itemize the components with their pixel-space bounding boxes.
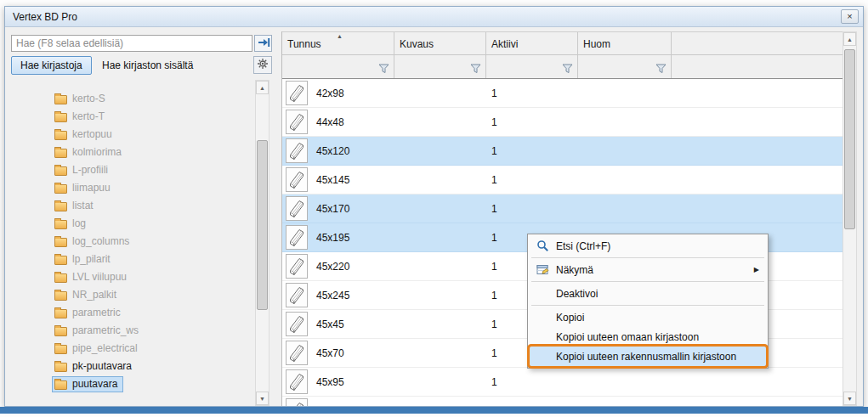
tree-item-content: kerto-T xyxy=(52,109,111,125)
scroll-up-icon[interactable]: ▲ xyxy=(843,32,856,46)
column-header-tunnus[interactable]: Tunnus▲ xyxy=(282,32,394,54)
filter-funnel-icon[interactable] xyxy=(562,64,573,74)
folder-icon xyxy=(54,95,67,104)
search-go-button[interactable] xyxy=(254,35,272,52)
folder-icon xyxy=(54,149,67,158)
tab-hae-kirjaston-sisalta[interactable]: Hae kirjaston sisältä xyxy=(97,56,198,75)
tree-item[interactable]: parametric xyxy=(11,304,255,322)
desktop: Vertex BD Pro × Hae kirjastoja Hae kirja… xyxy=(0,0,868,417)
tree-item[interactable]: kertopuu xyxy=(11,126,255,144)
scroll-down-icon[interactable]: ▼ xyxy=(843,392,856,405)
tree-scrollbar[interactable]: ▲ ▼ xyxy=(255,80,269,406)
table-scrollbar[interactable]: ▲ ▼ xyxy=(842,31,857,406)
tree-item-label: liimapuu xyxy=(72,182,111,194)
tab-hae-kirjastoja[interactable]: Hae kirjastoja xyxy=(11,56,92,75)
cell-tunnus: 45x70 xyxy=(308,347,393,359)
tree-item-content: parametric xyxy=(52,305,127,321)
scrollbar-thumb[interactable] xyxy=(257,140,268,310)
tree-item[interactable]: pk-puutavara xyxy=(11,358,255,375)
table-row[interactable]: 42x981 xyxy=(282,79,842,108)
tree-item-content: kertopuu xyxy=(52,127,118,143)
menu-item[interactable]: Deaktivoi xyxy=(530,284,766,303)
column-header-aktiivi[interactable]: Aktiivi xyxy=(486,32,578,54)
plank-icon xyxy=(286,398,308,406)
tree-item-content: log_columns xyxy=(52,234,135,250)
menu-separator xyxy=(531,305,764,306)
plank-icon xyxy=(286,283,308,307)
table-filter-row xyxy=(282,55,842,79)
menu-item[interactable]: Kopioi uuteen omaan kirjastoon xyxy=(530,327,766,347)
settings-button[interactable] xyxy=(253,56,272,74)
table-row[interactable]: 45x1451 xyxy=(282,166,842,194)
filter-funnel-icon[interactable] xyxy=(470,64,481,74)
search-input[interactable] xyxy=(11,35,252,52)
tree-item[interactable]: kerto-S xyxy=(11,90,255,108)
filter-funnel-icon[interactable] xyxy=(378,64,389,74)
gear-icon xyxy=(257,58,269,72)
cell-tunnus: 45x45 xyxy=(308,318,393,330)
column-header-huom[interactable]: Huom xyxy=(578,32,672,54)
plank-icon xyxy=(286,138,308,163)
window-title: Vertex BD Pro xyxy=(13,11,77,23)
go-arrow-icon xyxy=(257,37,270,51)
tree-item[interactable]: liimapuu xyxy=(11,179,255,197)
folder-icon xyxy=(54,166,67,176)
tree-item[interactable]: pipe_electrical xyxy=(11,340,255,358)
cell-aktiivi: 1 xyxy=(485,87,576,99)
menu-item-label: Kopioi uuteen omaan kirjastoon xyxy=(556,331,699,343)
table-row[interactable]: 44x481 xyxy=(282,108,842,137)
submenu-arrow-icon: ▶ xyxy=(754,266,759,273)
filter-cell[interactable] xyxy=(486,55,578,78)
tree-item-content: kolmiorima xyxy=(52,144,128,161)
view-icon xyxy=(532,264,553,276)
plank-icon xyxy=(286,110,308,134)
context-menu: Etsi (Ctrl+F)Näkymä▶DeaktivoiKopioiKopio… xyxy=(527,234,769,369)
tree-item[interactable]: NR_palkit xyxy=(11,286,255,304)
titlebar[interactable]: Vertex BD Pro × xyxy=(5,7,863,27)
filter-cell[interactable] xyxy=(394,55,486,78)
plank-icon xyxy=(286,254,308,279)
background-window-edge xyxy=(0,407,868,414)
plank-icon xyxy=(286,369,308,394)
folder-icon xyxy=(54,327,67,336)
filter-cell[interactable] xyxy=(578,55,672,78)
table-row[interactable] xyxy=(282,397,842,406)
table-header-row: Tunnus▲KuvausAktiiviHuom xyxy=(282,31,842,55)
tree-item[interactable]: listat xyxy=(11,197,255,215)
tree-item-label: pk-puutavara xyxy=(72,360,132,372)
menu-item[interactable]: Kopioi uuteen rakennusmallin kirjastoon xyxy=(530,347,766,366)
plank-icon xyxy=(286,312,308,336)
menu-item[interactable]: Kopioi xyxy=(530,307,766,327)
tree-item[interactable]: kerto-T xyxy=(11,108,255,126)
table-row[interactable]: 45x1201 xyxy=(282,137,842,166)
tree-item[interactable]: log_columns xyxy=(11,233,255,251)
tree-item-label: kolmiorima xyxy=(72,146,122,158)
menu-item[interactable]: Etsi (Ctrl+F) xyxy=(530,236,766,256)
cell-tunnus: 45x220 xyxy=(308,261,393,273)
table-row[interactable]: 45x1701 xyxy=(282,194,842,223)
folder-icon xyxy=(54,309,67,318)
search-icon xyxy=(532,239,553,252)
filter-funnel-icon[interactable] xyxy=(655,64,667,74)
scroll-down-icon[interactable]: ▼ xyxy=(256,392,269,405)
cell-aktiivi: 1 xyxy=(485,376,576,388)
scroll-up-icon[interactable]: ▲ xyxy=(256,81,269,94)
tree-item[interactable]: puutavara xyxy=(11,375,255,393)
column-header-label: Huom xyxy=(583,38,610,50)
plank-icon xyxy=(286,196,308,221)
tree-item[interactable]: kolmiorima xyxy=(11,144,255,161)
tree-item-label: pipe_electrical xyxy=(72,342,138,354)
table-row[interactable]: 45x951 xyxy=(282,368,842,397)
cell-tunnus: 44x48 xyxy=(308,116,393,128)
tree-item[interactable]: L-profiili xyxy=(11,161,255,179)
tree-item[interactable]: lp_pilarit xyxy=(11,251,255,268)
scrollbar-thumb[interactable] xyxy=(844,49,855,229)
tree-item[interactable]: parametric_ws xyxy=(11,322,255,340)
folder-icon xyxy=(54,238,67,247)
close-button[interactable]: × xyxy=(841,9,859,24)
tree-item[interactable]: log xyxy=(11,215,255,233)
column-header-kuvaus[interactable]: Kuvaus xyxy=(394,32,486,54)
tree-item[interactable]: LVL viilupuu xyxy=(11,268,255,286)
filter-cell[interactable] xyxy=(282,55,394,78)
menu-item[interactable]: Näkymä▶ xyxy=(530,260,766,279)
